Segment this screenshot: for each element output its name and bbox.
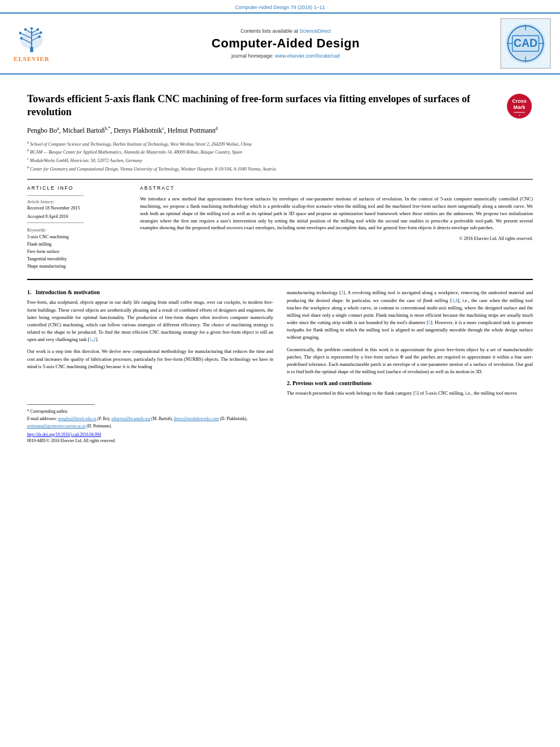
footnotes-area: * Corresponding author. E-mail addresses…: [27, 404, 273, 443]
ref-4[interactable]: 4: [455, 298, 457, 303]
email-pottmann[interactable]: pottmann@geometrie.tuwien.ac.at: [27, 423, 85, 429]
email-plakhotnik[interactable]: denys@moduleworks.com: [174, 416, 219, 421]
body-para-2: Our work is a step into this direction. …: [27, 348, 273, 370]
affiliation-d: d Center for Geometry and Computational …: [27, 164, 533, 173]
footnote-separator: [27, 404, 95, 405]
article-info-heading: ARTICLE INFO: [27, 185, 129, 191]
keyword-4: Tangential movability: [27, 256, 129, 263]
journal-title: Computer-Aided Design: [77, 36, 495, 51]
cad-logo-section: CAD: [495, 18, 551, 69]
abstract-heading: ABSTRACT: [140, 185, 533, 191]
affiliation-b: b BCAM — Basque Center for Applied Mathe…: [27, 147, 533, 156]
email-barton[interactable]: mbarton@bcamath.org: [111, 416, 150, 421]
doi-link[interactable]: http://dx.doi.org/10.1016/j.cad.2016.04.…: [27, 432, 101, 437]
keywords-label: Keywords:: [27, 228, 129, 233]
ref-2b[interactable]: 2: [341, 290, 343, 295]
svg-point-12: [40, 31, 42, 34]
doi-line: http://dx.doi.org/10.1016/j.cad.2016.04.…: [27, 432, 273, 437]
ref-1[interactable]: 1: [90, 337, 92, 342]
keyword-2: Flank milling: [27, 241, 129, 248]
keyword-5: Shape manufacturing: [27, 263, 129, 270]
article-info-col: ARTICLE INFO Article history: Received 1…: [27, 185, 129, 270]
article-title: Towards efficient 5-axis flank CNC machi…: [27, 93, 533, 119]
affiliation-c: c ModuleWorks GmbH, Henricistr. 50, 5207…: [27, 156, 533, 164]
body-para-4: Geometrically, the problem considered in…: [287, 346, 533, 376]
svg-point-11: [19, 32, 22, 34]
body-left-col: 1. Introduction & motivation Free-form, …: [27, 289, 273, 443]
journal-reference-bar: Computer-Aided Design 79 (2016) 1–11: [0, 0, 560, 12]
author-plakhotnik: Denys Plakhotnikc: [114, 126, 164, 134]
body-para-3: manufacturing technology [2]. A revolvin…: [287, 289, 533, 341]
accepted-value: Accepted 8 April 2016: [27, 214, 129, 219]
journal-reference: Computer-Aided Design 79 (2016) 1–11: [235, 5, 325, 10]
svg-point-15: [30, 27, 33, 30]
journal-header: ELSEVIER Contents lists available at Sci…: [0, 12, 560, 75]
received-value: Received 18 November 2015: [27, 206, 129, 211]
ref-5b[interactable]: 5: [415, 390, 417, 396]
page: Computer-Aided Design 79 (2016) 1–11: [0, 0, 560, 747]
article-info-divider: [27, 195, 84, 196]
journal-homepage: journal homepage: www.elsevier.com/locat…: [77, 53, 495, 59]
body-two-col: 1. Introduction & motivation Free-form, …: [27, 289, 533, 443]
journal-homepage-link[interactable]: www.elsevier.com/locate/cad: [275, 53, 340, 59]
journal-center-info: Contents lists available at ScienceDirec…: [77, 28, 495, 59]
author-barton: Michael Bartoňb,*: [63, 126, 111, 134]
copyright-line: © 2016 Elsevier Ltd. All rights reserved…: [140, 236, 533, 241]
author-pottmann: Helmut Pottmannd: [168, 126, 218, 134]
elsevier-wordmark: ELSEVIER: [14, 55, 50, 62]
ref-2[interactable]: 2: [93, 337, 95, 342]
crossmark-logo: Cross Mark ✓: [506, 93, 533, 121]
body-right-col: manufacturing technology [2]. A revolvin…: [287, 289, 533, 443]
sciencedirect-line: Contents lists available at ScienceDirec…: [77, 28, 495, 34]
affiliations: a School of Computer Science and Technol…: [27, 139, 533, 173]
svg-point-9: [20, 37, 23, 40]
issn-line: 0010-4485/© 2016 Elsevier Ltd. All right…: [27, 438, 273, 443]
svg-text:Cross: Cross: [512, 98, 527, 104]
svg-point-10: [38, 35, 41, 38]
elsevier-logo: ELSEVIER: [9, 25, 54, 62]
keyword-1: 5-axis CNC machining: [27, 234, 129, 241]
abstract-text: We introduce a new method that approxima…: [140, 195, 533, 231]
svg-text:CAD: CAD: [514, 37, 537, 49]
sciencedirect-link[interactable]: ScienceDirect: [300, 28, 331, 34]
svg-point-13: [24, 28, 27, 31]
keyword-3: Free-form surface: [27, 248, 129, 256]
authors-line: Pengbo Boa, Michael Bartoňb,*, Denys Pla…: [27, 126, 533, 135]
svg-text:✓: ✓: [518, 113, 521, 117]
crossmark-icon: Cross Mark ✓: [506, 93, 533, 120]
flank-milling-italic: flank milling: [423, 298, 448, 303]
article-info-abstract: ARTICLE INFO Article history: Received 1…: [27, 179, 533, 270]
elsevier-logo-section: ELSEVIER: [9, 25, 77, 62]
body-separator: [27, 279, 533, 280]
svg-text:Mark: Mark: [513, 104, 526, 110]
affiliation-a: a School of Computer Science and Technol…: [27, 139, 533, 148]
cad-logo-icon: CAD: [501, 19, 550, 68]
body-para-1: Free-form, aka sculptured, objects appea…: [27, 299, 273, 343]
abstract-col: ABSTRACT We introduce a new method that …: [140, 185, 533, 270]
ref-3[interactable]: 3: [452, 298, 454, 303]
article-content: Towards efficient 5-axis flank CNC machi…: [0, 75, 560, 452]
section2-title: 2. Previous work and contributions: [287, 380, 533, 386]
svg-point-14: [37, 28, 40, 31]
history-label: Article history:: [27, 199, 129, 204]
elsevier-tree-icon: [9, 25, 54, 54]
author-pengbo: Pengbo Boa: [27, 126, 59, 134]
keywords-divider: [27, 222, 84, 223]
footnote-star: * Corresponding author.: [27, 408, 273, 414]
cad-logo-box: CAD: [500, 18, 551, 69]
footnote-email-pottmann: pottmann@geometrie.tuwien.ac.at (H. Pott…: [27, 423, 273, 429]
body-para-5: The research presented in this work belo…: [287, 390, 533, 397]
section1-title: 1. Introduction & motivation: [27, 289, 273, 295]
ref-5[interactable]: 5: [428, 320, 431, 325]
footnote-emails: E-mail addresses: pengbo@hitwh.edu.cn (P…: [27, 416, 273, 422]
email-bo[interactable]: pengbo@hitwh.edu.cn: [58, 416, 97, 421]
